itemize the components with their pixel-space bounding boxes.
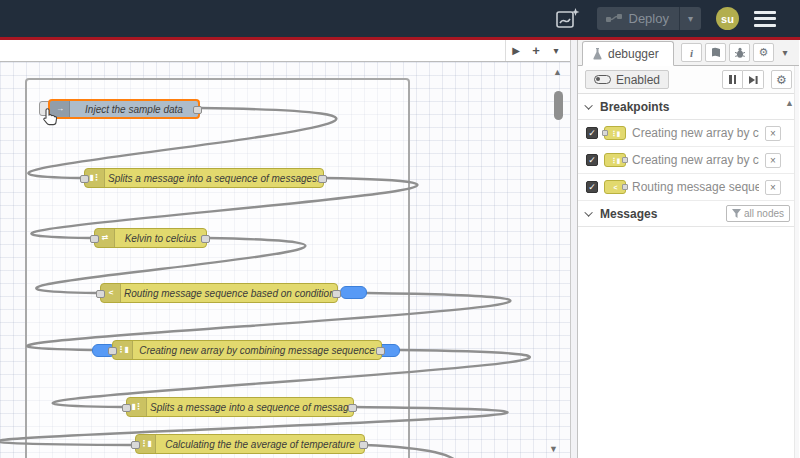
output-port[interactable]	[359, 441, 368, 449]
breakpoint-row: ✓ < Routing message sequence ba ×	[578, 174, 799, 201]
node-label: Inject the sample data	[70, 104, 198, 115]
sidebar: debugger i ⚙ ▾	[577, 40, 799, 458]
filter-label: all nodes	[744, 208, 784, 219]
node-red-app: Deploy ▾ su ▶ + ▾	[0, 0, 800, 458]
deploy-button[interactable]: Deploy ▾	[597, 7, 702, 30]
workspace-column: ▶ + ▾	[0, 40, 571, 458]
header: Deploy ▾ su	[0, 0, 800, 40]
breakpoint-label: Creating new array by combinin	[632, 153, 759, 167]
output-port[interactable]	[376, 347, 385, 355]
sidebar-tab-row: debugger i ⚙ ▾	[578, 40, 799, 66]
deploy-node-icon	[606, 13, 622, 24]
enabled-label: Enabled	[616, 73, 660, 87]
node-label: Calculating the the average of temperatu…	[156, 439, 364, 450]
wire-calc-out	[365, 445, 462, 458]
sidebar-caret-icon[interactable]: ▾	[777, 47, 793, 58]
debugger-controls: ⚙	[722, 70, 792, 89]
node-label: Kelvin to celcius	[115, 233, 206, 244]
info-icon[interactable]: i	[681, 43, 702, 62]
input-port[interactable]	[80, 175, 89, 183]
node-join-array[interactable]: ⋮▮ Creating new array by combining messa…	[112, 340, 382, 360]
main-area: ▶ + ▾	[0, 40, 800, 458]
flow-canvas[interactable]: → Inject the sample data ▮⋮ Splits a mes…	[0, 62, 570, 458]
remove-breakpoint-icon[interactable]: ×	[765, 126, 781, 141]
canvas-scrollbar-thumb[interactable]	[554, 91, 563, 120]
node-join-average[interactable]: ⋮▮ Calculating the the average of temper…	[135, 434, 365, 454]
debugger-toolbar: Enabled ⚙	[578, 66, 799, 94]
join-node-icon: ⋮▮	[604, 153, 626, 167]
workspace-toolbar: ▶ + ▾	[0, 40, 570, 62]
ai-assistant-icon[interactable]	[554, 6, 582, 32]
breakpoint-checkbox[interactable]: ✓	[586, 181, 598, 193]
debug-bug-icon[interactable]	[729, 43, 750, 62]
input-port[interactable]	[90, 235, 99, 243]
node-label: Splits a message into a sequence of mess…	[105, 173, 323, 184]
node-split-2[interactable]: ▮⋮ Splits a message into a sequence of m…	[126, 397, 354, 417]
breakpoint-pill-routing-out[interactable]	[340, 286, 367, 299]
chevron-down-icon	[584, 101, 592, 109]
sidebar-scroll-up-icon[interactable]: ▲	[785, 98, 794, 108]
step-forward-icon[interactable]	[743, 70, 764, 89]
breakpoint-row: ✓ ⋮▮ Creating new array by combinin ×	[578, 120, 799, 147]
canvas-scroll-up-icon[interactable]: ▲	[553, 67, 562, 77]
tab-label: debugger	[608, 47, 659, 61]
input-port[interactable]	[122, 404, 131, 412]
breakpoints-title: Breakpoints	[600, 100, 669, 114]
node-change-kelvin[interactable]: ⇄ Kelvin to celcius	[94, 228, 207, 248]
deploy-label: Deploy	[622, 11, 679, 26]
flask-icon	[592, 48, 603, 60]
node-split-1[interactable]: ▮⋮ Splits a message into a sequence of m…	[84, 168, 324, 188]
breakpoint-label: Routing message sequence ba	[632, 180, 759, 194]
messages-section-header[interactable]: Messages all nodes	[578, 201, 799, 227]
pause-icon[interactable]	[722, 70, 743, 89]
header-actions: Deploy ▾ su	[554, 6, 800, 32]
output-port[interactable]	[201, 235, 210, 243]
menu-icon[interactable]	[754, 11, 776, 27]
output-port[interactable]	[193, 106, 202, 114]
breakpoint-checkbox[interactable]: ✓	[586, 127, 598, 139]
node-label: Routing message sequence based on condit…	[121, 288, 337, 299]
add-flow-button[interactable]: +	[526, 40, 546, 61]
message-filter-button[interactable]: all nodes	[726, 205, 790, 222]
output-port[interactable]	[332, 290, 341, 298]
help-book-icon[interactable]	[705, 43, 726, 62]
join-node-icon: ⋮▮	[604, 126, 626, 140]
deploy-caret-icon[interactable]: ▾	[680, 13, 701, 24]
sidebar-scrollbar-gutter[interactable]	[794, 66, 799, 458]
node-switch-routing[interactable]: < Routing message sequence based on cond…	[100, 283, 338, 303]
messages-title: Messages	[600, 207, 657, 221]
breakpoints-section-header[interactable]: Breakpoints	[578, 94, 799, 120]
remove-breakpoint-icon[interactable]: ×	[765, 180, 781, 195]
flow-list-caret-icon[interactable]: ▾	[546, 40, 566, 61]
debugger-settings-gear-icon[interactable]: ⚙	[771, 70, 792, 89]
breakpoint-row: ✓ ⋮▮ Creating new array by combinin ×	[578, 147, 799, 174]
node-label: Creating new array by combining message …	[133, 345, 381, 356]
input-port[interactable]	[108, 347, 117, 355]
output-port[interactable]	[348, 404, 357, 412]
settings-gear-icon[interactable]: ⚙	[753, 43, 774, 62]
remove-breakpoint-icon[interactable]: ×	[765, 153, 781, 168]
breakpoint-label: Creating new array by combinin	[632, 126, 759, 140]
sidebar-tab-tools: i ⚙ ▾	[681, 43, 799, 65]
node-inject[interactable]: → Inject the sample data	[48, 99, 200, 119]
filter-funnel-icon	[732, 209, 741, 218]
input-port[interactable]	[96, 290, 105, 298]
canvas-scroll-down-icon[interactable]: ▼	[549, 444, 558, 454]
output-port[interactable]	[318, 175, 327, 183]
run-flow-button[interactable]: ▶	[506, 40, 526, 61]
mouse-cursor-hand-icon	[41, 107, 57, 126]
switch-node-icon: <	[604, 180, 626, 194]
toggle-icon	[594, 75, 611, 84]
node-label: Splits a message into a sequence of mess…	[147, 402, 353, 413]
tab-debugger[interactable]: debugger	[582, 41, 674, 66]
input-port[interactable]	[131, 441, 140, 449]
workspace-toolbar-buttons: ▶ + ▾	[505, 40, 566, 61]
breakpoint-checkbox[interactable]: ✓	[586, 154, 598, 166]
chevron-down-icon	[584, 208, 592, 216]
avatar[interactable]: su	[716, 7, 739, 30]
debugger-enabled-toggle[interactable]: Enabled	[585, 70, 669, 89]
